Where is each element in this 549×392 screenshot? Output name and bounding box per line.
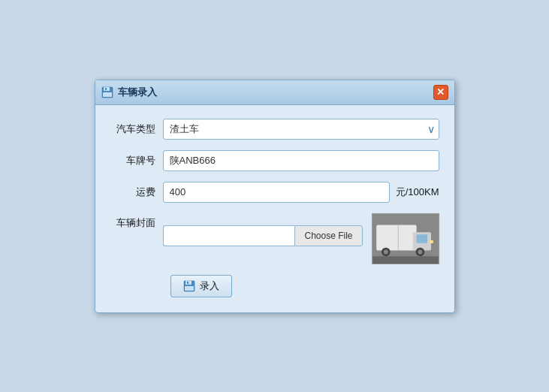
dialog-body: 汽车类型 渣土车 货车 轿车 面包车 ∨ 车牌号 运费 元/100KM (95, 105, 454, 312)
freight-label: 运费 (110, 185, 163, 199)
submit-row: 录入 (110, 275, 439, 297)
freight-input[interactable] (163, 182, 390, 203)
title-left: 车辆录入 (101, 86, 157, 99)
car-type-select[interactable]: 渣土车 货车 轿车 面包车 (163, 119, 439, 140)
plate-label: 车牌号 (110, 154, 163, 167)
dialog-title: 车辆录入 (118, 86, 157, 99)
car-type-label: 汽车类型 (110, 122, 163, 136)
car-type-select-wrapper: 渣土车 货车 轿车 面包车 ∨ (163, 119, 439, 140)
svg-rect-3 (103, 92, 112, 97)
svg-rect-5 (376, 225, 416, 250)
svg-rect-18 (185, 286, 194, 291)
car-type-row: 汽车类型 渣土车 货车 轿车 面包车 ∨ (110, 119, 439, 140)
svg-rect-13 (430, 240, 433, 243)
svg-rect-14 (373, 256, 438, 264)
cover-content: Choose File (163, 213, 363, 246)
file-text-input[interactable] (163, 225, 295, 246)
svg-rect-2 (105, 88, 107, 90)
save-title-icon (101, 86, 113, 98)
submit-label: 录入 (200, 279, 219, 293)
svg-rect-17 (187, 282, 189, 284)
save-icon (183, 280, 195, 292)
file-input-wrapper: Choose File (163, 225, 363, 246)
cover-preview-image (372, 213, 439, 264)
cover-label: 车辆封面 (110, 213, 163, 230)
freight-row: 运费 元/100KM (110, 182, 439, 203)
plate-row: 车牌号 (110, 150, 439, 171)
title-bar: 车辆录入 ✕ (95, 80, 454, 105)
choose-file-button[interactable]: Choose File (294, 225, 362, 246)
submit-button[interactable]: 录入 (170, 275, 232, 297)
vehicle-entry-dialog: 车辆录入 ✕ 汽车类型 渣土车 货车 轿车 面包车 ∨ 车牌号 运 (95, 80, 455, 313)
svg-point-11 (418, 249, 422, 254)
plate-input[interactable] (163, 150, 439, 171)
svg-point-9 (383, 249, 388, 254)
svg-rect-7 (416, 234, 427, 243)
cover-row: 车辆封面 Choose File (110, 213, 439, 264)
freight-input-group: 元/100KM (163, 182, 439, 203)
freight-unit: 元/100KM (396, 185, 439, 199)
close-button[interactable]: ✕ (433, 85, 448, 100)
